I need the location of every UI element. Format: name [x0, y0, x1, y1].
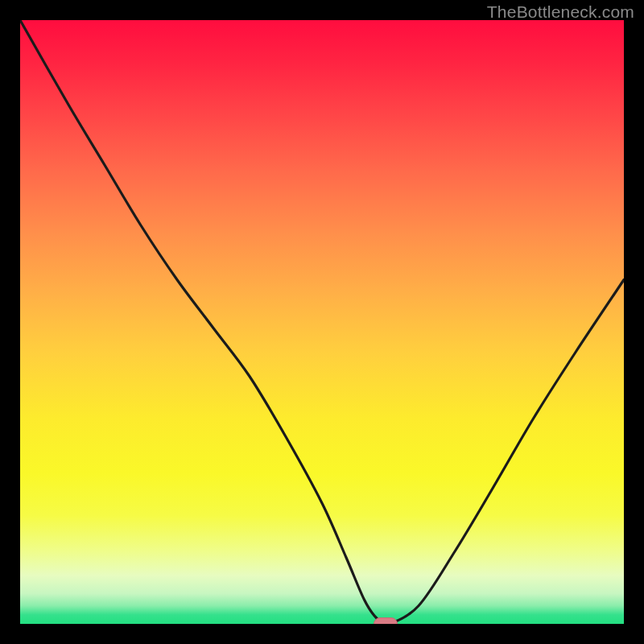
plot-area [20, 20, 624, 624]
optimum-marker [374, 617, 398, 624]
bottleneck-curve [20, 20, 624, 624]
watermark-text: TheBottleneck.com [487, 2, 634, 22]
